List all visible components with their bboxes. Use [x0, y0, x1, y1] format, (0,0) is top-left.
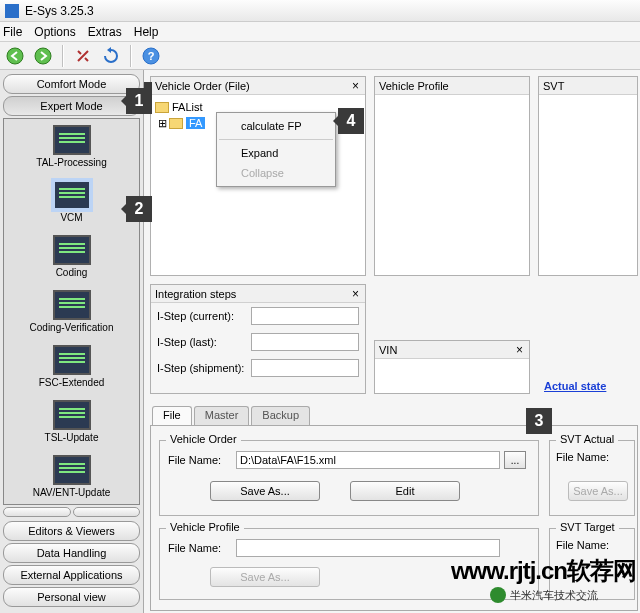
personal-view-button[interactable]: Personal view	[3, 587, 140, 607]
content-area: Vehicle Order (File) × FAList ⊞ FA	[144, 70, 640, 613]
group-title: Vehicle Profile	[166, 521, 244, 533]
folder-icon	[155, 102, 169, 113]
close-icon[interactable]: ×	[350, 287, 361, 301]
panel-title: Vehicle Order (File)	[155, 80, 250, 92]
expand-icon[interactable]: ⊞	[155, 117, 169, 130]
watermark: www.rjtj.cn软荐网	[451, 555, 636, 587]
sidebar: Comfort Mode Expert Mode TAL-Processing …	[0, 70, 144, 613]
connect-button[interactable]	[72, 45, 94, 67]
edit-button[interactable]: Edit	[350, 481, 460, 501]
svg-point-0	[7, 48, 23, 64]
app-icon	[5, 4, 19, 18]
file-name-label: File Name:	[168, 454, 232, 466]
module-icon	[53, 345, 91, 375]
panel-title: Vehicle Profile	[379, 80, 449, 92]
ctx-expand[interactable]: Expand	[217, 143, 335, 163]
tab-master[interactable]: Master	[194, 406, 250, 426]
panel-title: SVT	[543, 80, 564, 92]
data-handling-button[interactable]: Data Handling	[3, 543, 140, 563]
save-as-button[interactable]: Save As...	[210, 481, 320, 501]
file-name-label: File Name:	[556, 539, 609, 551]
menu-bar: File Options Extras Help	[0, 22, 640, 42]
menu-file[interactable]: File	[3, 25, 22, 39]
title-bar: E-Sys 3.25.3	[0, 0, 640, 22]
close-icon[interactable]: ×	[350, 79, 361, 93]
sidebar-item-tsl-update[interactable]: TSL-Update	[4, 394, 139, 449]
tab-file[interactable]: File	[152, 406, 192, 426]
sidebar-item-fsc-extended[interactable]: FSC-Extended	[4, 339, 139, 394]
group-title: Vehicle Order	[166, 433, 241, 445]
folder-icon	[169, 118, 183, 129]
istep-last-input[interactable]	[251, 333, 359, 351]
browse-button[interactable]: ...	[504, 451, 526, 469]
menu-options[interactable]: Options	[34, 25, 75, 39]
module-icon	[53, 290, 91, 320]
editors-viewers-button[interactable]: Editors & Viewers	[3, 521, 140, 541]
group-title: SVT Target	[556, 521, 619, 533]
sidebar-item-tal[interactable]: TAL-Processing	[4, 119, 139, 174]
module-list: TAL-Processing VCM Coding Coding-Verific…	[3, 118, 140, 505]
module-icon	[53, 235, 91, 265]
window-title: E-Sys 3.25.3	[25, 4, 94, 18]
file-name-label: File Name:	[168, 542, 232, 554]
istep-current-input[interactable]	[251, 307, 359, 325]
save-as-button: Save As...	[568, 481, 628, 501]
comfort-mode-button[interactable]: Comfort Mode	[3, 74, 140, 94]
vehicle-order-group: Vehicle Order File Name: ... Save As... …	[159, 440, 539, 516]
svg-point-1	[35, 48, 51, 64]
sidebar-item-coding-verification[interactable]: Coding-Verification	[4, 284, 139, 339]
tab-strip: File Master Backup	[152, 406, 312, 426]
file-name-label: File Name:	[556, 451, 609, 463]
refresh-button[interactable]	[100, 45, 122, 67]
module-icon	[53, 125, 91, 155]
callout-3: 3	[526, 408, 552, 434]
panel-title: Integration steps	[155, 288, 236, 300]
sidebar-item-nav-ent-update[interactable]: NAV/ENT-Update	[4, 449, 139, 504]
integration-steps-panel: Integration steps × I-Step (current): I-…	[150, 284, 366, 394]
sidebar-item-coding[interactable]: Coding	[4, 229, 139, 284]
close-icon[interactable]: ×	[514, 343, 525, 357]
ctx-collapse: Collapse	[217, 163, 335, 183]
forward-button[interactable]	[32, 45, 54, 67]
callout-1: 1	[126, 88, 152, 114]
vehicle-profile-panel: Vehicle Profile	[374, 76, 530, 276]
module-icon	[53, 455, 91, 485]
group-title: SVT Actual	[556, 433, 618, 445]
callout-2: 2	[126, 196, 152, 222]
external-applications-button[interactable]: External Applications	[3, 565, 140, 585]
toolbar-separator-2	[130, 45, 132, 67]
actual-state-link[interactable]: Actual state	[544, 380, 606, 392]
panel-title: VIN	[379, 344, 397, 356]
menu-separator	[219, 139, 333, 140]
watermark-logo-icon	[490, 587, 506, 603]
module-icon	[53, 180, 91, 210]
back-button[interactable]	[4, 45, 26, 67]
ctx-calculate-fp[interactable]: calculate FP	[217, 116, 335, 136]
tab-backup[interactable]: Backup	[251, 406, 310, 426]
istep-shipment-label: I-Step (shipment):	[157, 362, 251, 374]
module-icon	[53, 400, 91, 430]
menu-help[interactable]: Help	[134, 25, 159, 39]
istep-current-label: I-Step (current):	[157, 310, 251, 322]
scroll-up-button[interactable]	[3, 507, 71, 517]
menu-extras[interactable]: Extras	[88, 25, 122, 39]
callout-4: 4	[338, 108, 364, 134]
svt-actual-group: SVT Actual File Name: Save As...	[549, 440, 635, 516]
vin-panel: VIN ×	[374, 340, 530, 394]
save-as-button: Save As...	[210, 567, 320, 587]
scroll-down-button[interactable]	[73, 507, 141, 517]
toolbar: ?	[0, 42, 640, 70]
help-button[interactable]: ?	[140, 45, 162, 67]
istep-shipment-input[interactable]	[251, 359, 359, 377]
istep-last-label: I-Step (last):	[157, 336, 251, 348]
watermark-sub: 半米汽车技术交流	[490, 587, 598, 603]
svt-panel: SVT	[538, 76, 638, 276]
context-menu: calculate FP Expand Collapse	[216, 112, 336, 187]
svg-text:?: ?	[148, 50, 155, 62]
file-name-input[interactable]	[236, 451, 500, 469]
toolbar-separator	[62, 45, 64, 67]
